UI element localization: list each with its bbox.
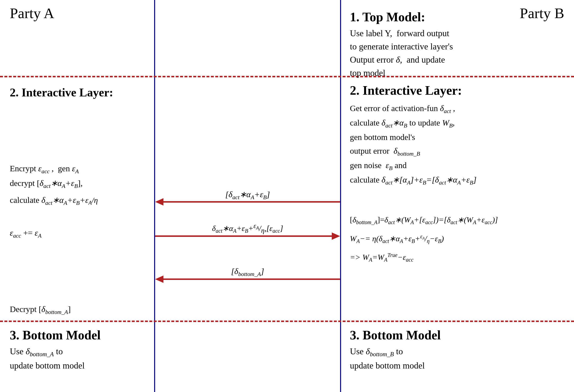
- arrow2-label: δact∗αA+εB+εA/η,[εacc]: [155, 222, 340, 234]
- party-a-line3: calculate δact∗αA+εB+εA/η: [10, 193, 149, 208]
- interactive-layer-b-body: Get error of activation-fun δact , calcu…: [350, 102, 565, 187]
- vertical-line-right: [340, 0, 341, 392]
- party-a-interactive-content: Encrypt εacc , gen εA decrypt [δact∗αA+ε…: [10, 162, 149, 241]
- arrow1-label: [δact∗αA+εB]: [155, 189, 340, 201]
- bottom-model-a-section: 3. Bottom Model Use δbottom_A to update …: [10, 328, 152, 373]
- bottom-model-a-body: Use δbottom_A to update bottom model: [10, 345, 152, 373]
- party-a-line4: εacc += εA: [10, 226, 149, 241]
- bottom-model-b-body: Use δbottom_B to update bottom model: [350, 345, 560, 373]
- party-b-math-line3: => WA=WATrue−εacc: [350, 250, 568, 265]
- interactive-layer-a-title: 2. Interactive Layer:: [10, 86, 152, 99]
- arrow3-label: [δbottom_A]: [155, 267, 340, 277]
- decrypt-line: Decrypt [δbottom_A]: [10, 305, 71, 315]
- interactive-layer-a-section: 2. Interactive Layer:: [10, 86, 152, 99]
- party-b-math-content: [δbottom_A]=δact∗(WA+[εacc])=[δact∗(WA+ε…: [350, 213, 568, 265]
- party-a-label: Party A: [10, 5, 54, 22]
- interactive-layer-b-section: 2. Interactive Layer: Get error of activ…: [350, 83, 565, 187]
- bottom-model-b-section: 3. Bottom Model Use δbottom_B to update …: [350, 328, 560, 373]
- top-model-section: 1. Top Model: Use label Y, forward outpu…: [350, 10, 560, 80]
- party-a-line1: Encrypt εacc , gen εA: [10, 162, 149, 176]
- party-b-math-line2: WA−= η(δact∗αA+εB+εA/η−εB): [350, 232, 568, 246]
- top-model-body: Use label Y, forward output to generate …: [350, 27, 560, 80]
- bottom-model-a-title: 3. Bottom Model: [10, 328, 152, 342]
- top-model-title: 1. Top Model:: [350, 10, 560, 24]
- party-a-line2: decrypt [δact∗αA+εB],: [10, 176, 149, 191]
- party-b-math-line1: [δbottom_A]=δact∗(WA+[εacc])=[δact∗(WA+ε…: [350, 213, 568, 227]
- page: Party A Party B 1. Top Model: Use label …: [0, 0, 574, 392]
- interactive-layer-b-title: 2. Interactive Layer:: [350, 83, 565, 98]
- bottom-model-b-title: 3. Bottom Model: [350, 328, 560, 342]
- horizontal-dashed-bottom: [0, 321, 574, 322]
